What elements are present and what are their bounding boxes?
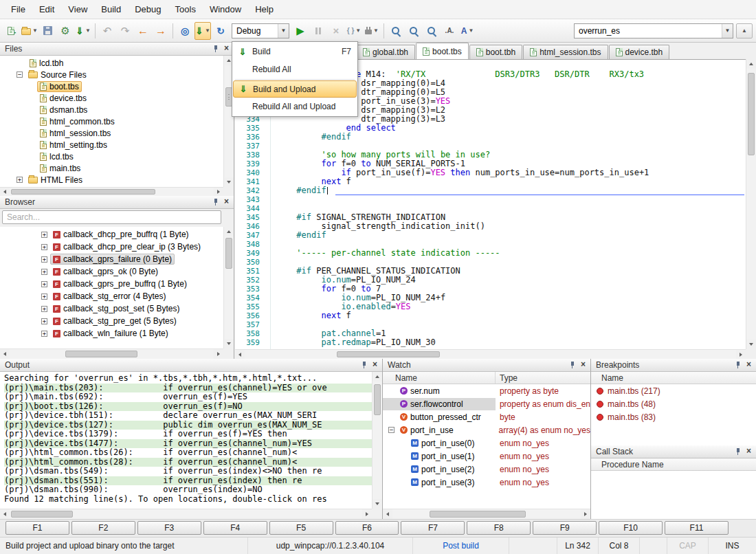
browser-item[interactable]: +Fcallback_wln_failure (1 Byte) [0,327,223,340]
undo-button[interactable]: ↶ [99,22,115,40]
fkey-f7[interactable]: F7 [401,521,465,535]
scroll-right-button[interactable] [362,509,372,519]
watch-horizontal-scrollbar[interactable] [383,509,590,519]
tab-boot.tbs[interactable]: boot.tbs [416,43,469,59]
pin-icon[interactable] [212,44,220,54]
fkey-f5[interactable]: F5 [269,521,333,535]
fkey-f2[interactable]: F2 [71,521,135,535]
scroll-down-button[interactable] [224,177,234,187]
watch-column-type[interactable]: Type [496,372,590,384]
breakpoint-row[interactable]: main.tbs (83) [591,410,756,423]
browser-item[interactable]: +Fcallback_gprs_failure (0 Byte) [0,253,223,265]
browser-item[interactable]: +Fcallback_gprs_pre_buffrq (1 Byte) [0,278,223,290]
build-upload-button[interactable]: ⇓▼ [194,22,211,40]
fkey-f4[interactable]: F4 [203,521,267,535]
font-button[interactable]: A▼ [459,22,476,40]
menu-window[interactable]: Window [203,1,248,18]
code-line[interactable]: 347 #endif [235,231,746,240]
menu-edit[interactable]: Edit [32,1,61,18]
close-icon[interactable]: × [744,360,753,370]
refresh-button[interactable]: ↻ [212,22,229,40]
scroll-left-button[interactable] [0,349,10,359]
browser-item[interactable]: +Fcallback_gprs_ok (0 Byte) [0,265,223,278]
scroll-down-button[interactable] [746,340,756,349]
output-line[interactable]: (prj)\main.tbs(203): if overrun_es(chann… [4,384,372,393]
code-line[interactable]: 359 pat.redmap=PL_IO_NUM_30 [235,338,746,347]
close-icon[interactable]: × [370,360,379,370]
scroll-right-button[interactable] [214,188,223,196]
browser-item[interactable]: +Fcallback_stg_error (4 Bytes) [0,290,223,302]
pin-icon[interactable] [734,360,742,370]
pin-icon[interactable] [360,360,368,370]
browser-item[interactable]: +Fcallback_dhcp_pre_clear_ip (3 Bytes) [0,241,223,253]
tree-expander-icon[interactable]: + [41,306,47,312]
code-line[interactable]: 343 [235,195,746,204]
step-button[interactable]: { }▼ [346,22,362,40]
search-input[interactable] [575,26,722,36]
browser-item[interactable]: +Fcallback_stg_pre_get (5 Bytes) [0,315,223,327]
tree-expander-icon[interactable]: + [16,177,23,183]
code-line[interactable]: 349 '----- per-channel state indication … [235,249,746,258]
scroll-thumb[interactable] [374,384,381,415]
output-line[interactable]: (prj)\main.tbs(692): overrun_es(f)=YES [4,392,372,402]
tree-expander-icon[interactable]: + [41,318,47,324]
scroll-thumb[interactable] [337,351,440,357]
tab-global.tbh[interactable]: global.tbh [356,45,415,59]
fkey-f8[interactable]: F8 [467,521,531,535]
scroll-thumb[interactable] [430,511,526,518]
watch-row[interactable]: Mport_in_use(2)enum no_yes [383,463,590,476]
chevron-down-icon[interactable]: ▼ [722,24,733,38]
tree-expander-icon[interactable]: + [41,331,47,337]
scroll-left-button[interactable] [0,509,10,519]
fkey-f3[interactable]: F3 [137,521,201,535]
output-line[interactable]: (prj)\device.tbs(1477): if overrun_es(ch… [4,439,372,449]
menu-item-build[interactable]: ⇓BuildF7 [233,43,357,60]
pin-icon[interactable] [734,447,742,456]
output-line[interactable]: (prj)\dsman.tbs(990): overrun_es(index)=… [4,485,372,495]
output-line[interactable]: (prj)\dsman.tbs(549): if overrun_es(inde… [4,467,372,476]
scroll-up-button[interactable] [373,372,382,381]
editor-vertical-scrollbar[interactable] [746,59,756,349]
scroll-left-button[interactable] [0,188,10,196]
output-line[interactable]: (prj)\html_common.tbs(26): if overrun_es… [4,448,372,458]
scroll-right-button[interactable] [214,349,223,359]
tree-expander-icon[interactable]: − [16,71,23,78]
close-icon[interactable]: × [744,447,753,456]
menu-debug[interactable]: Debug [128,1,168,18]
output-horizontal-scrollbar[interactable] [0,509,372,519]
editor-horizontal-scrollbar[interactable] [235,349,746,359]
match-case-button[interactable]: .A. [441,22,458,40]
file-tree-item[interactable]: device.tbs [0,92,223,104]
select-target-button[interactable]: ◎ [177,22,193,40]
fkey-f10[interactable]: F10 [599,521,663,535]
pin-icon[interactable] [568,360,577,370]
search-combo[interactable]: ▼ [574,23,733,38]
scroll-up-button[interactable] [746,59,756,69]
fkey-f6[interactable]: F6 [335,521,399,535]
scroll-thumb[interactable] [11,189,155,195]
tab-html_session.tbs[interactable]: html_session.tbs [523,45,608,59]
scroll-right-button[interactable] [581,509,590,519]
close-icon[interactable]: × [222,197,231,207]
run-button[interactable]: ▶ [292,22,309,40]
close-icon[interactable]: × [579,360,588,370]
file-tree-item[interactable]: lcd.tbh [0,57,223,69]
stop-button[interactable]: × [328,22,344,40]
output-line[interactable]: (prj)\device.tbs(1379): if overrun_es(f)… [4,430,372,439]
fkey-f1[interactable]: F1 [5,521,69,535]
files-horizontal-scrollbar[interactable] [0,187,223,196]
menu-build[interactable]: Build [94,1,128,18]
scroll-thumb[interactable] [748,73,755,155]
tree-expander-icon[interactable]: − [388,427,394,433]
toolbar-overflow-button[interactable]: ▲ [736,23,753,38]
file-tree-item[interactable]: html_common.tbs [0,115,223,127]
breakpoint-row[interactable]: main.tbs (217) [591,384,756,397]
scroll-thumb[interactable] [225,238,232,269]
status-post-build[interactable]: Post build [412,538,509,554]
connect-button[interactable]: ▼ [364,22,380,40]
browser-item[interactable]: +Fcallback_dhcp_pre_buffrq (1 Byte) [0,228,223,241]
menu-file[interactable]: File [4,1,32,18]
menu-item-rebuild-all[interactable]: Rebuild All [233,60,357,78]
export-build-button[interactable]: ⇓▼ [75,22,91,40]
find-in-files-button[interactable] [423,22,440,40]
